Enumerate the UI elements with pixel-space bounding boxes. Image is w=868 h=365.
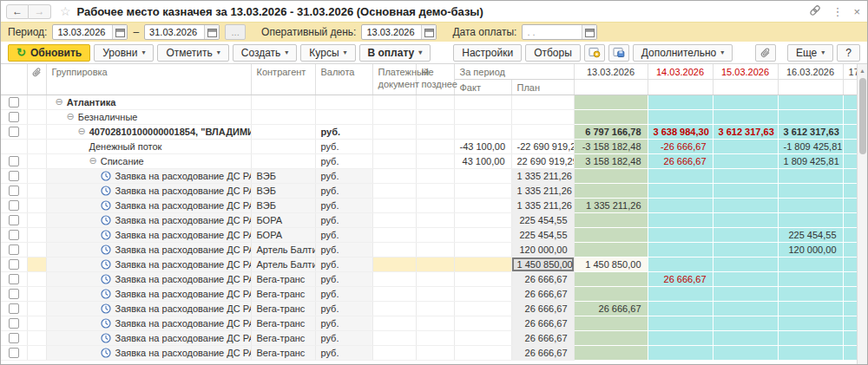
cell-not-later[interactable]	[416, 95, 454, 109]
cell-date-3[interactable]	[778, 301, 843, 316]
cell-not-later[interactable]	[416, 227, 454, 242]
cell-grouping[interactable]: Заявка на расходование ДС РА00-0042 от..…	[46, 242, 251, 257]
cell-date-1[interactable]	[648, 212, 713, 227]
row-checkbox[interactable]	[9, 200, 19, 211]
cell-not-later[interactable]	[416, 198, 454, 212]
rates-button[interactable]: Курсы▾	[300, 44, 355, 62]
cell-date-2[interactable]	[713, 301, 778, 316]
cell-payment-doc[interactable]	[372, 286, 416, 301]
cell-payment-doc[interactable]	[372, 109, 416, 124]
cell-currency[interactable]: руб.	[315, 301, 372, 316]
cell-grouping[interactable]: Заявка на расходование ДС РА00-0036 от..…	[46, 212, 251, 227]
cell-not-later[interactable]	[416, 345, 454, 360]
payment-date-input[interactable]: . .	[522, 24, 597, 40]
cell-not-later[interactable]	[416, 316, 454, 330]
table-row[interactable]: Заявка на расходование ДС РА00-0037 от..…	[1, 227, 858, 242]
cell-currency[interactable]: руб.	[315, 168, 372, 183]
table-row[interactable]: Заявка на расходование ДС РА00-0036 от..…	[1, 212, 858, 227]
cell-not-later[interactable]	[416, 257, 454, 271]
cell-date-2[interactable]	[713, 183, 778, 198]
cell-date-0[interactable]	[574, 168, 648, 183]
table-row[interactable]: Заявка на расходование ДС РА00-000011 ..…	[1, 330, 858, 345]
row-checkbox[interactable]	[9, 333, 19, 343]
period-from-value[interactable]: 13.03.2026	[53, 25, 112, 39]
cell-date-0[interactable]	[574, 212, 648, 227]
cell-fact[interactable]	[454, 109, 511, 124]
attachments-button[interactable]	[755, 44, 776, 62]
tree-expander-icon[interactable]: ⊖	[78, 126, 86, 137]
to-payment-button[interactable]: В оплату▾	[359, 44, 431, 62]
cell-payment-doc[interactable]	[372, 227, 416, 242]
cell-plan[interactable]: 1 335 211,26	[511, 183, 574, 198]
cell-date-1[interactable]: 26 666,67	[648, 271, 713, 286]
row-checkbox[interactable]	[9, 318, 19, 329]
cell-contragent[interactable]	[251, 139, 315, 153]
forward-button[interactable]: →	[29, 4, 51, 19]
calendar-icon[interactable]	[421, 25, 436, 39]
cell-contragent[interactable]: Вега-транс	[251, 345, 315, 360]
row-checkbox[interactable]	[9, 215, 19, 225]
row-checkbox[interactable]	[9, 274, 19, 284]
cell-grouping[interactable]: Заявка на расходование ДС РА00-0011 от .…	[46, 198, 251, 212]
row-checkbox[interactable]	[9, 244, 19, 255]
cell-fact[interactable]	[454, 242, 511, 257]
cell-plan[interactable]: 1 450 850,00	[511, 257, 574, 271]
row-checkbox[interactable]	[9, 289, 19, 299]
cell-date-2[interactable]	[713, 198, 778, 212]
save-settings-button[interactable]	[608, 44, 629, 62]
close-icon[interactable]: ×	[853, 6, 860, 17]
cell-date-1[interactable]	[648, 345, 713, 360]
cell-contragent[interactable]: Артель Балтики	[251, 257, 315, 271]
tree-expander-icon[interactable]: ⊖	[67, 111, 75, 122]
cell-contragent[interactable]	[251, 109, 315, 124]
cell-plan[interactable]: 26 666,67	[511, 316, 574, 330]
operational-day-value[interactable]: 13.03.2026	[362, 25, 421, 39]
cell-currency[interactable]: руб.	[315, 183, 372, 198]
cell-date-3[interactable]	[778, 168, 843, 183]
cell-fact[interactable]	[454, 124, 511, 139]
cell-contragent[interactable]: Вега-транс	[251, 316, 315, 330]
cell-date-3[interactable]: 120 000,00	[778, 242, 843, 257]
row-checkbox[interactable]	[9, 127, 19, 137]
cell-not-later[interactable]	[416, 139, 454, 153]
row-checkbox[interactable]	[9, 303, 19, 314]
cell-fact[interactable]: 43 100,00	[454, 153, 511, 168]
payment-date-value[interactable]: . .	[523, 25, 582, 39]
settings-button[interactable]: Настройки	[453, 44, 522, 62]
calendar-icon[interactable]	[112, 25, 127, 39]
cell-currency[interactable]: руб.	[315, 330, 372, 345]
cell-fact[interactable]: -43 100,00	[454, 139, 511, 153]
cell-contragent[interactable]	[251, 95, 315, 109]
cell-fact[interactable]	[454, 345, 511, 360]
cell-date-1[interactable]	[648, 316, 713, 330]
cell-date-0[interactable]	[574, 183, 648, 198]
cell-grouping[interactable]: Денежный поток	[46, 139, 251, 153]
calendar-icon[interactable]	[204, 25, 219, 39]
row-checkbox[interactable]	[9, 97, 19, 108]
cell-plan[interactable]: 22 690 919,29	[511, 153, 574, 168]
cell-date-2[interactable]	[713, 330, 778, 345]
cell-date-1[interactable]	[648, 257, 713, 271]
cell-payment-doc[interactable]	[372, 257, 416, 271]
cell-grouping[interactable]: Заявка на расходование ДС РА00-0009 от..…	[46, 183, 251, 198]
cell-currency[interactable]: руб.	[315, 257, 372, 271]
table-row[interactable]: Заявка на расходование ДС РА00-0009 от..…	[1, 183, 858, 198]
cell-date-3[interactable]	[778, 330, 843, 345]
cell-not-later[interactable]	[416, 109, 454, 124]
cell-grouping[interactable]: Заявка на расходование ДС РА00-0008 от..…	[46, 168, 251, 183]
period-to-value[interactable]: 31.03.2026	[145, 25, 204, 39]
table-row[interactable]: Заявка на расходование ДС РА00-000008 ..…	[1, 286, 858, 301]
period-more-button[interactable]: ...	[225, 24, 246, 40]
cell-not-later[interactable]	[416, 330, 454, 345]
cell-grouping[interactable]: Заявка на расходование ДС РА00-000011 ..…	[46, 330, 251, 345]
cell-date-0[interactable]	[574, 286, 648, 301]
cell-not-later[interactable]	[416, 271, 454, 286]
cell-date-0[interactable]	[574, 242, 648, 257]
cell-currency[interactable]	[315, 95, 372, 109]
cell-contragent[interactable]: Артель Балтики	[251, 242, 315, 257]
cell-date-2[interactable]	[713, 139, 778, 153]
cell-fact[interactable]	[454, 316, 511, 330]
cell-date-1[interactable]	[648, 168, 713, 183]
load-settings-button[interactable]	[584, 44, 605, 62]
cell-contragent[interactable]: ВЭБ	[251, 183, 315, 198]
